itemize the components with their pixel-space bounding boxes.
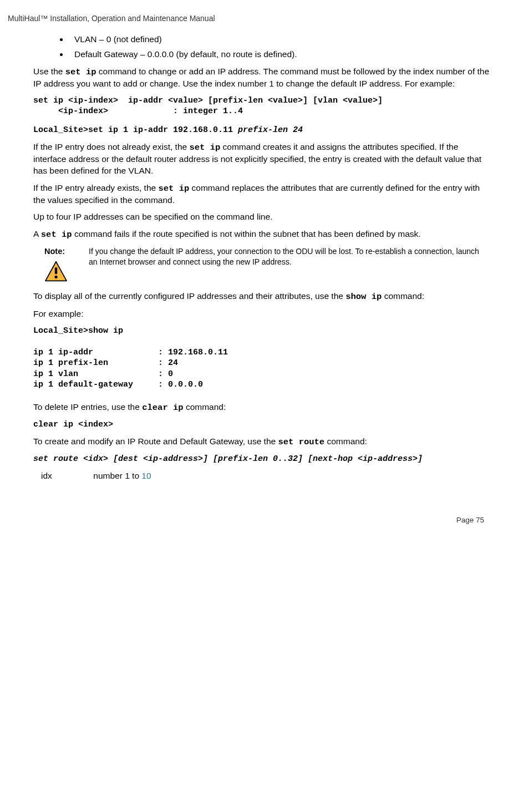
note-label: Note: bbox=[44, 246, 89, 257]
inline-code: set ip bbox=[189, 143, 220, 153]
bullet-list: VLAN – 0 (not defined) Default Gateway –… bbox=[33, 34, 490, 60]
inline-code: set route bbox=[278, 437, 324, 447]
svg-rect-1 bbox=[55, 267, 57, 274]
code-block: set ip <ip-index> ip-addr <value> [prefi… bbox=[33, 95, 490, 117]
note-label-column: Note: bbox=[44, 246, 89, 285]
page-footer: Page 75 bbox=[8, 515, 490, 525]
text: A bbox=[33, 229, 41, 238]
paragraph: Up to four IP addresses can be specified… bbox=[33, 211, 490, 223]
paragraph: If the IP entry does not already exist, … bbox=[33, 141, 490, 177]
paragraph: If the IP entry already exists, the set … bbox=[33, 182, 490, 206]
text: To display all of the currently configur… bbox=[33, 291, 346, 301]
text: To create and modify an IP Route and Def… bbox=[33, 437, 278, 446]
paragraph: To display all of the currently configur… bbox=[33, 291, 490, 303]
paragraph: For example: bbox=[33, 308, 490, 320]
text: To delete IP entries, use the bbox=[33, 402, 142, 412]
idx-key: idx bbox=[41, 470, 91, 482]
code-block-italic: set route <idx> [dest <ip-address>] [pre… bbox=[33, 454, 490, 465]
svg-point-2 bbox=[54, 276, 57, 278]
note-body: If you change the default IP address, yo… bbox=[89, 246, 490, 267]
idx-definition: idx number 1 to 10 bbox=[41, 470, 490, 482]
text: Use the bbox=[33, 67, 65, 76]
inline-code: clear ip bbox=[142, 403, 183, 413]
list-item: Default Gateway – 0.0.0.0 (by default, n… bbox=[69, 49, 490, 60]
paragraph: To create and modify an IP Route and Def… bbox=[33, 436, 490, 448]
paragraph: To delete IP entries, use the clear ip c… bbox=[33, 402, 490, 414]
code-block: clear ip <index> bbox=[33, 419, 490, 430]
inline-code: set ip bbox=[158, 184, 189, 194]
list-item: VLAN – 0 (not defined) bbox=[69, 34, 490, 45]
code-text: Local_Site>set ip 1 ip-addr 192.168.0.11 bbox=[33, 125, 238, 135]
text: command fails if the route specified is … bbox=[72, 229, 421, 238]
paragraph: A set ip command fails if the route spec… bbox=[33, 229, 490, 241]
inline-code: set ip bbox=[65, 67, 96, 77]
text: command to change or add an IP address. … bbox=[33, 67, 489, 88]
code-text-italic: prefix-len 24 bbox=[238, 125, 303, 135]
inline-code: set ip bbox=[41, 230, 72, 240]
code-block: Local_Site>show ip ip 1 ip-addr : 192.16… bbox=[33, 326, 490, 390]
page-header: MultiHaul™ Installation, Operation and M… bbox=[8, 13, 490, 24]
text: If the IP entry already exists, the bbox=[33, 183, 158, 192]
warning-icon bbox=[44, 261, 68, 282]
text: command: bbox=[324, 437, 367, 446]
idx-value-highlight: 10 bbox=[141, 471, 151, 480]
paragraph: Use the set ip command to change or add … bbox=[33, 66, 490, 90]
page-content: VLAN – 0 (not defined) Default Gateway –… bbox=[8, 34, 490, 482]
code-block: Local_Site>set ip 1 ip-addr 192.168.0.11… bbox=[33, 125, 490, 136]
text: If the IP entry does not already exist, … bbox=[33, 142, 189, 151]
note-box: Note: If you change the default IP addre… bbox=[44, 246, 490, 285]
idx-value: number 1 to bbox=[93, 471, 141, 480]
text: command: bbox=[184, 402, 226, 412]
inline-code: show ip bbox=[346, 292, 382, 302]
text: command: bbox=[382, 291, 424, 301]
